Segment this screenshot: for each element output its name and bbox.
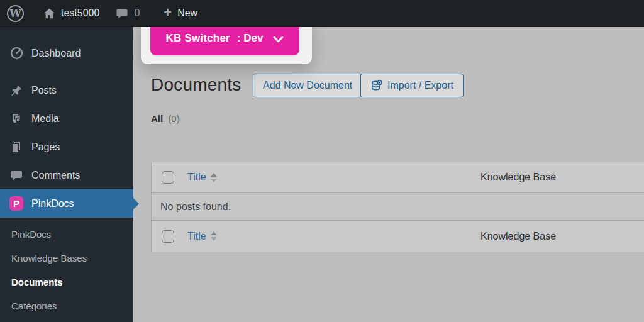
comments-menu[interactable]: 0: [108, 0, 148, 26]
sort-by-title[interactable]: Title: [187, 172, 217, 183]
pushpin-icon: [9, 84, 23, 97]
import-export-button[interactable]: Import / Export: [360, 74, 464, 97]
chevron-down-icon: [273, 36, 284, 43]
plus-icon: +: [164, 6, 172, 19]
home-icon: [43, 8, 55, 19]
select-all-checkbox-footer[interactable]: [162, 230, 174, 243]
dashboard-gauge-icon: [9, 47, 23, 60]
knowledge-base-column-footer: Knowledge Base: [480, 231, 556, 242]
sidebar-item-label: PinkDocs: [31, 198, 74, 209]
kb-switcher-label: KB Switcher: [166, 32, 230, 45]
sort-arrows-icon: [211, 231, 217, 241]
sidebar-item-dashboard[interactable]: Dashboard: [0, 39, 133, 67]
wordpress-logo-icon[interactable]: W: [7, 5, 24, 22]
list-filter: All (0): [151, 113, 180, 124]
sidebar-item-pinkdocs[interactable]: P PinkDocs: [0, 189, 133, 218]
pinkdocs-submenu: PinkDocs Knowledge Bases Documents Categ…: [0, 218, 133, 318]
submenu-item-documents[interactable]: Documents: [0, 270, 133, 294]
sidebar-item-comments[interactable]: Comments: [0, 161, 133, 189]
comment-bubble-icon: [116, 8, 128, 19]
table-footer-row: Title Knowledge Base: [152, 221, 644, 252]
sidebar-item-label: Posts: [31, 85, 57, 96]
kb-switcher-value: : Dev: [237, 32, 264, 45]
admin-menu: Dashboard Posts Media: [0, 27, 133, 318]
site-name-menu[interactable]: test5000: [35, 0, 108, 26]
current-menu-arrow: [133, 198, 139, 209]
media-note-icon: [9, 113, 23, 125]
comments-bubble-icon: [9, 169, 23, 182]
new-content-menu[interactable]: + New: [155, 0, 206, 26]
sidebar-item-label: Pages: [31, 142, 60, 153]
submenu-item-categories[interactable]: Categories: [0, 294, 133, 318]
select-all-checkbox[interactable]: [162, 171, 174, 184]
pinkdocs-logo-icon: P: [9, 196, 23, 211]
submenu-item-knowledge-bases[interactable]: Knowledge Bases: [0, 246, 133, 270]
knowledge-base-column-header: Knowledge Base: [480, 172, 556, 183]
sidebar-item-posts[interactable]: Posts: [0, 76, 133, 104]
admin-sidebar: Dashboard Posts Media: [0, 27, 133, 322]
filter-all-count: (0): [168, 113, 179, 124]
sidebar-item-label: Comments: [31, 170, 80, 181]
menu-separator: [0, 67, 133, 76]
page-title: Documents: [151, 75, 241, 95]
pages-icon: [9, 141, 23, 153]
table-row: No posts found.: [152, 193, 644, 221]
filter-all-link[interactable]: All: [151, 113, 163, 124]
add-new-document-button[interactable]: Add New Document: [253, 74, 362, 97]
sidebar-item-label: Media: [31, 113, 59, 125]
sort-arrows-icon: [211, 173, 217, 182]
wordpress-admin-screen: W test5000 0 + New: [0, 0, 644, 322]
sidebar-item-media[interactable]: Media: [0, 104, 133, 133]
site-name-label: test5000: [61, 8, 99, 19]
new-label: New: [177, 8, 197, 19]
sidebar-item-pages[interactable]: Pages: [0, 133, 133, 161]
comment-count-badge: 0: [134, 8, 140, 19]
admin-bar: W test5000 0 + New: [0, 0, 644, 27]
sidebar-item-label: Dashboard: [31, 48, 80, 59]
submenu-item-pinkdocs[interactable]: PinkDocs: [0, 222, 133, 246]
sort-by-title-footer[interactable]: Title: [187, 231, 217, 242]
database-icon: [370, 80, 382, 92]
table-header-row: Title Knowledge Base: [152, 162, 644, 193]
documents-table: Title Knowledge Base No posts found. Tit…: [151, 162, 644, 252]
empty-message: No posts found.: [160, 201, 231, 213]
